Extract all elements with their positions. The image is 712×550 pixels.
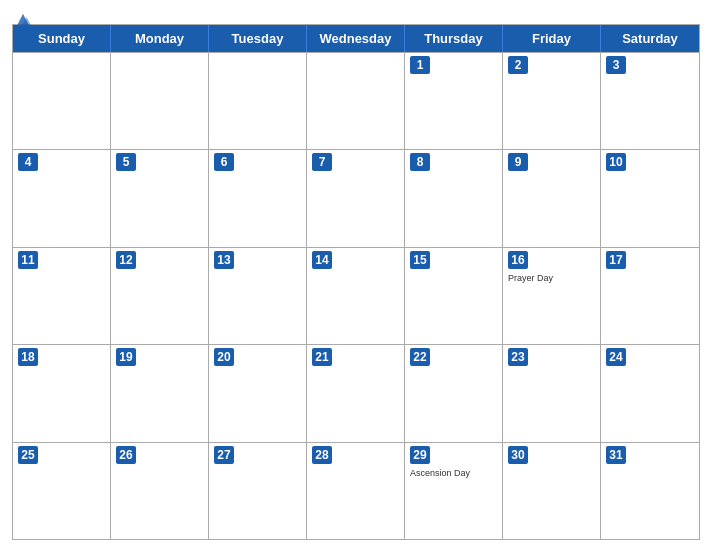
- day-number: 11: [18, 251, 38, 269]
- header-saturday: Saturday: [601, 25, 699, 52]
- week-row-4: 18192021222324: [13, 344, 699, 441]
- day-number: 24: [606, 348, 626, 366]
- day-cell: 13: [209, 248, 307, 344]
- day-cell: 1: [405, 53, 503, 149]
- day-number: 28: [312, 446, 332, 464]
- day-cell: 21: [307, 345, 405, 441]
- day-cell: 2: [503, 53, 601, 149]
- day-number: 23: [508, 348, 528, 366]
- day-number: 25: [18, 446, 38, 464]
- calendar-container: Sunday Monday Tuesday Wednesday Thursday…: [0, 0, 712, 550]
- day-number: 31: [606, 446, 626, 464]
- day-cell: [209, 53, 307, 149]
- day-cell: 11: [13, 248, 111, 344]
- day-cell: 8: [405, 150, 503, 246]
- day-cell: 15: [405, 248, 503, 344]
- day-event: Ascension Day: [410, 468, 497, 479]
- week-row-2: 45678910: [13, 149, 699, 246]
- day-number: 7: [312, 153, 332, 171]
- day-cell: 25: [13, 443, 111, 539]
- day-number: 22: [410, 348, 430, 366]
- day-number: 26: [116, 446, 136, 464]
- week-row-1: 123: [13, 52, 699, 149]
- day-cell: 24: [601, 345, 699, 441]
- day-cell: 5: [111, 150, 209, 246]
- day-cell: 31: [601, 443, 699, 539]
- logo-icon: [12, 10, 34, 32]
- day-number: 12: [116, 251, 136, 269]
- day-cell: [111, 53, 209, 149]
- day-number: 10: [606, 153, 626, 171]
- day-cell: 20: [209, 345, 307, 441]
- day-cell: 12: [111, 248, 209, 344]
- week-row-3: 111213141516Prayer Day17: [13, 247, 699, 344]
- day-number: 5: [116, 153, 136, 171]
- day-number: 14: [312, 251, 332, 269]
- day-headers: Sunday Monday Tuesday Wednesday Thursday…: [13, 25, 699, 52]
- day-cell: 23: [503, 345, 601, 441]
- day-cell: 7: [307, 150, 405, 246]
- week-row-5: 2526272829Ascension Day3031: [13, 442, 699, 539]
- weeks-container: 12345678910111213141516Prayer Day1718192…: [13, 52, 699, 539]
- header-wednesday: Wednesday: [307, 25, 405, 52]
- day-number: 13: [214, 251, 234, 269]
- day-event: Prayer Day: [508, 273, 595, 284]
- day-number: 15: [410, 251, 430, 269]
- day-cell: 10: [601, 150, 699, 246]
- day-number: 2: [508, 56, 528, 74]
- header-thursday: Thursday: [405, 25, 503, 52]
- day-number: 17: [606, 251, 626, 269]
- day-cell: 19: [111, 345, 209, 441]
- day-number: 29: [410, 446, 430, 464]
- day-cell: 4: [13, 150, 111, 246]
- header-friday: Friday: [503, 25, 601, 52]
- day-cell: 29Ascension Day: [405, 443, 503, 539]
- logo-area: [12, 10, 37, 32]
- day-cell: 14: [307, 248, 405, 344]
- day-cell: 18: [13, 345, 111, 441]
- day-number: 21: [312, 348, 332, 366]
- day-cell: 3: [601, 53, 699, 149]
- day-cell: 22: [405, 345, 503, 441]
- day-number: 19: [116, 348, 136, 366]
- day-number: 27: [214, 446, 234, 464]
- day-cell: 30: [503, 443, 601, 539]
- day-number: 20: [214, 348, 234, 366]
- day-cell: [13, 53, 111, 149]
- header-tuesday: Tuesday: [209, 25, 307, 52]
- day-cell: 9: [503, 150, 601, 246]
- day-cell: 17: [601, 248, 699, 344]
- day-number: 18: [18, 348, 38, 366]
- day-number: 8: [410, 153, 430, 171]
- day-number: 16: [508, 251, 528, 269]
- day-number: 3: [606, 56, 626, 74]
- day-number: 6: [214, 153, 234, 171]
- day-cell: 26: [111, 443, 209, 539]
- header-monday: Monday: [111, 25, 209, 52]
- day-number: 1: [410, 56, 430, 74]
- calendar-grid: Sunday Monday Tuesday Wednesday Thursday…: [12, 24, 700, 540]
- day-cell: [307, 53, 405, 149]
- day-number: 9: [508, 153, 528, 171]
- day-cell: 28: [307, 443, 405, 539]
- calendar-header: [12, 10, 700, 18]
- day-number: 4: [18, 153, 38, 171]
- day-cell: 27: [209, 443, 307, 539]
- day-number: 30: [508, 446, 528, 464]
- day-cell: 6: [209, 150, 307, 246]
- day-cell: 16Prayer Day: [503, 248, 601, 344]
